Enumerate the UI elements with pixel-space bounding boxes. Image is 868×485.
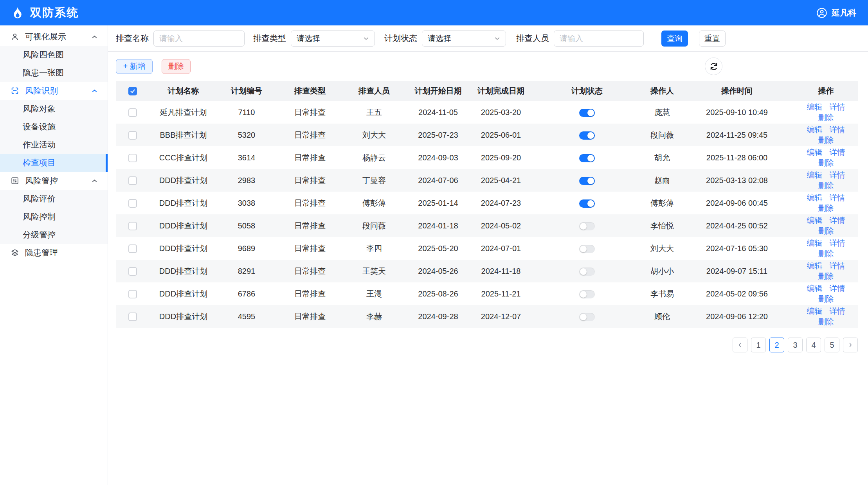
- cell-type: 日常排查: [276, 237, 344, 260]
- select-all-checkbox[interactable]: [128, 87, 137, 95]
- status-toggle[interactable]: [579, 222, 595, 230]
- cell-op_time: 2025-09-10 10:49: [680, 101, 794, 124]
- row-checkbox-cell: [116, 214, 149, 237]
- cell-status: [529, 101, 645, 124]
- toolbar: + 新增 删除: [108, 52, 868, 81]
- cell-name: BBB排查计划: [149, 124, 218, 146]
- detail-link[interactable]: 详情: [830, 239, 845, 247]
- reset-button[interactable]: 重置: [699, 31, 726, 47]
- row-checkbox[interactable]: [128, 290, 137, 298]
- row-checkbox[interactable]: [128, 199, 137, 208]
- row-checkbox[interactable]: [128, 176, 137, 185]
- cell-op_time: 2024-04-25 00:52: [680, 214, 794, 237]
- sidebar-group-3[interactable]: 隐患管理: [0, 244, 108, 262]
- table-row: DDD排查计划4595日常排查李赫2024-09-282024-12-07顾伦2…: [116, 305, 858, 328]
- delete-link[interactable]: 删除: [818, 226, 834, 235]
- status-toggle[interactable]: [579, 177, 595, 185]
- page-button-5[interactable]: 5: [825, 338, 839, 352]
- column-header: 操作: [794, 81, 858, 101]
- sidebar-item[interactable]: 风险控制: [0, 208, 108, 226]
- delete-link[interactable]: 删除: [818, 136, 834, 144]
- row-checkbox[interactable]: [128, 313, 137, 321]
- filter-select-2[interactable]: 请选择: [422, 31, 506, 47]
- delete-link[interactable]: 删除: [818, 204, 834, 212]
- edit-link[interactable]: 编辑: [807, 239, 823, 247]
- cell-person: 丁曼容: [344, 169, 404, 192]
- page-button-4[interactable]: 4: [806, 338, 821, 352]
- sidebar-group-2[interactable]: 风险管控: [0, 172, 108, 190]
- status-toggle[interactable]: [579, 313, 595, 321]
- status-toggle[interactable]: [579, 290, 595, 298]
- detail-link[interactable]: 详情: [830, 125, 845, 134]
- row-checkbox[interactable]: [128, 154, 137, 162]
- detail-link[interactable]: 详情: [830, 307, 845, 315]
- select-value: 请选择: [428, 33, 451, 44]
- delete-link[interactable]: 删除: [818, 158, 834, 167]
- status-toggle[interactable]: [579, 131, 595, 140]
- detail-link[interactable]: 详情: [830, 171, 845, 179]
- delete-link[interactable]: 删除: [818, 181, 834, 190]
- status-toggle[interactable]: [579, 109, 595, 117]
- status-toggle[interactable]: [579, 268, 595, 276]
- table-header: 计划名称计划编号排查类型排查人员计划开始日期计划完成日期计划状态操作人操作时间操…: [116, 81, 858, 101]
- sidebar-item[interactable]: 风险四色图: [0, 46, 108, 64]
- row-checkbox[interactable]: [128, 108, 137, 117]
- edit-link[interactable]: 编辑: [807, 284, 823, 293]
- edit-link[interactable]: 编辑: [807, 102, 823, 111]
- delete-link[interactable]: 删除: [818, 317, 834, 326]
- search-button[interactable]: 查询: [661, 31, 688, 47]
- delete-link[interactable]: 删除: [818, 272, 834, 280]
- filter-select-1[interactable]: 请选择: [291, 31, 375, 47]
- detail-link[interactable]: 详情: [830, 102, 845, 111]
- filter-input-0[interactable]: [153, 31, 245, 47]
- delete-link[interactable]: 删除: [818, 249, 834, 258]
- detail-link[interactable]: 详情: [830, 261, 845, 270]
- detail-link[interactable]: 详情: [830, 148, 845, 156]
- toggle-knob: [587, 110, 594, 116]
- detail-link[interactable]: 详情: [830, 193, 845, 202]
- status-toggle[interactable]: [579, 154, 595, 162]
- row-checkbox[interactable]: [128, 222, 137, 230]
- delete-link[interactable]: 删除: [818, 113, 834, 122]
- refresh-button[interactable]: [705, 57, 722, 75]
- page-button-3[interactable]: 3: [788, 338, 803, 352]
- sidebar-item[interactable]: 隐患一张图: [0, 64, 108, 82]
- cell-op_time: 2024-09-06 00:45: [680, 192, 794, 214]
- prev-page-button[interactable]: [733, 338, 747, 352]
- edit-link[interactable]: 编辑: [807, 261, 823, 270]
- sidebar-item[interactable]: 风险对象: [0, 100, 108, 118]
- delete-button[interactable]: 删除: [162, 59, 191, 74]
- detail-link[interactable]: 详情: [830, 284, 845, 293]
- filter-input-3[interactable]: [554, 31, 644, 47]
- page-button-2[interactable]: 2: [769, 338, 784, 352]
- edit-link[interactable]: 编辑: [807, 125, 823, 134]
- next-page-button[interactable]: [843, 338, 858, 352]
- sidebar-group-1[interactable]: 风险识别: [0, 82, 108, 100]
- delete-link[interactable]: 删除: [818, 295, 834, 303]
- status-toggle[interactable]: [579, 199, 595, 208]
- cell-name: 延凡排查计划: [149, 101, 218, 124]
- sidebar-item[interactable]: 风险评价: [0, 190, 108, 208]
- sidebar-item[interactable]: 分级管控: [0, 226, 108, 244]
- row-checkbox[interactable]: [128, 131, 137, 140]
- cell-operator: 顾伦: [645, 305, 680, 328]
- cell-actions: 编辑详情删除: [794, 237, 858, 260]
- edit-link[interactable]: 编辑: [807, 307, 823, 315]
- row-checkbox[interactable]: [128, 267, 137, 276]
- sidebar-item[interactable]: 作业活动: [0, 136, 108, 154]
- user-menu[interactable]: 延凡科: [816, 7, 856, 18]
- add-button[interactable]: + 新增: [116, 59, 153, 74]
- sidebar-group-0[interactable]: 可视化展示: [0, 28, 108, 46]
- page-button-1[interactable]: 1: [751, 338, 766, 352]
- cell-operator: 段问薇: [645, 124, 680, 146]
- cell-person: 傅彭薄: [344, 192, 404, 214]
- edit-link[interactable]: 编辑: [807, 171, 823, 179]
- edit-link[interactable]: 编辑: [807, 148, 823, 156]
- edit-link[interactable]: 编辑: [807, 193, 823, 202]
- edit-link[interactable]: 编辑: [807, 216, 823, 225]
- status-toggle[interactable]: [579, 245, 595, 253]
- sidebar-item[interactable]: 设备设施: [0, 118, 108, 136]
- sidebar-item[interactable]: 检查项目: [0, 154, 108, 172]
- detail-link[interactable]: 详情: [830, 216, 845, 225]
- row-checkbox[interactable]: [128, 244, 137, 253]
